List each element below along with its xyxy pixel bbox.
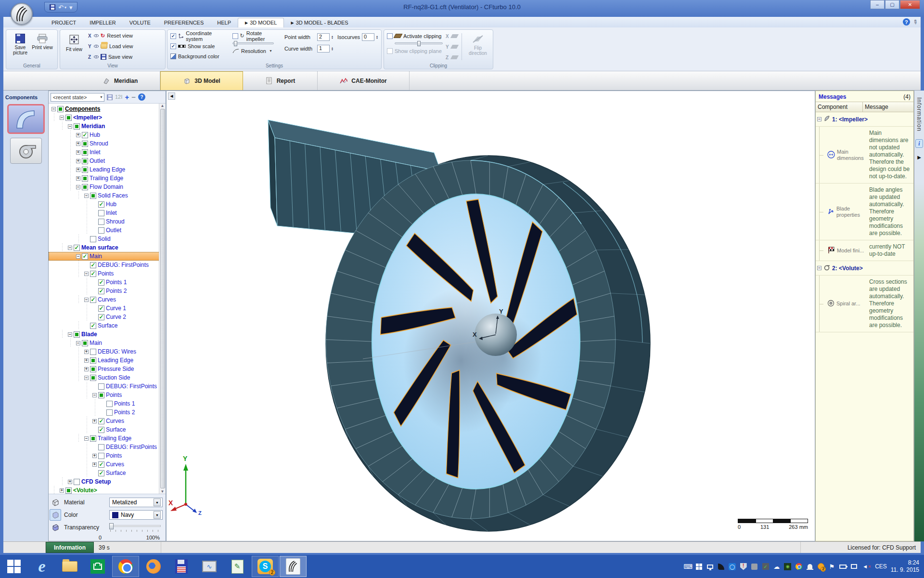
tree-item-cfd-setup[interactable]: +CFD Setup	[49, 477, 166, 486]
checkbox-check-icon[interactable]	[98, 418, 104, 424]
activate-clipping-checkbox[interactable]: Activate clipping	[387, 31, 443, 40]
menu-volute[interactable]: VOLUTE	[123, 18, 157, 27]
tray-touch-keyboard-icon[interactable]: ⌨	[684, 563, 692, 571]
expander-minus-icon[interactable]: −	[84, 436, 89, 441]
expander-minus-icon[interactable]: −	[76, 341, 80, 345]
checkbox-check-icon[interactable]	[82, 132, 88, 138]
save-view-button[interactable]: Save view	[101, 53, 133, 62]
point-width-input[interactable]: 2	[317, 33, 330, 41]
checkbox-fill-icon[interactable]	[82, 158, 88, 164]
tree-item-debug-firstpoints[interactable]: DEBUG: FirstPoints	[49, 261, 166, 269]
tree-item-curve-2[interactable]: Curve 2	[49, 313, 166, 321]
spinner-arrows-icon[interactable]: ▲▼	[331, 35, 334, 39]
checkbox-empty-icon[interactable]	[90, 349, 96, 355]
tray-action-flag-icon[interactable]: ⚑	[828, 563, 836, 571]
checkbox-empty-icon[interactable]	[98, 227, 104, 234]
tree-item-points[interactable]: +Points	[49, 451, 166, 460]
collapse-panel-button[interactable]: ◀	[168, 92, 175, 100]
checkbox-check-icon[interactable]	[90, 262, 96, 268]
background-color-button[interactable]: Background color	[170, 52, 229, 61]
menu-project[interactable]: PROJECT	[45, 18, 83, 27]
expander-minus-icon[interactable]: −	[92, 393, 97, 397]
expander-minus-icon[interactable]: −	[68, 332, 72, 337]
component-column-header[interactable]: Component	[816, 102, 863, 112]
tree-item-hub[interactable]: Hub	[49, 200, 166, 209]
tab-3d-model[interactable]: 3D Model	[160, 71, 243, 90]
tree-item-hub[interactable]: +Hub	[49, 131, 166, 139]
rotate-impeller-checkbox[interactable]: ↻ Rotate impeller	[232, 31, 281, 40]
message-row[interactable]: Blade propertiesBlade angles are updated…	[816, 184, 913, 240]
checkbox-fill-icon[interactable]	[82, 149, 88, 156]
3d-viewport[interactable]: ◀	[166, 91, 815, 541]
view-y-button[interactable]: Y	[88, 42, 99, 51]
tree-item-debug-firstpoints[interactable]: DEBUG: FirstPoints	[49, 382, 166, 391]
taskbar-app-windows-store[interactable]	[84, 556, 111, 577]
color-cube-button[interactable]	[50, 509, 61, 521]
checkbox-empty-icon[interactable]	[74, 479, 80, 485]
taskbar-app-cfturbo[interactable]	[280, 556, 307, 577]
clock[interactable]: 8:24 11. 9. 2015	[891, 559, 919, 574]
taskbar-app-firefox[interactable]	[140, 556, 167, 577]
checkbox-empty-icon[interactable]	[98, 383, 104, 390]
expander-minus-icon[interactable]: −	[84, 376, 89, 380]
expander-plus-icon[interactable]: +	[76, 150, 80, 155]
tree-item-suction-side[interactable]: −Suction Side	[49, 373, 166, 382]
tree-item-outlet[interactable]: +Outlet	[49, 157, 166, 165]
state-selector-dropdown[interactable]: <recent state>▼	[51, 93, 104, 102]
message-group-volute[interactable]: −2: <Volute>	[816, 261, 913, 276]
tray-power-icon[interactable]	[839, 563, 847, 571]
checkbox-fill-icon[interactable]	[82, 175, 88, 182]
taskbar-app-file-explorer[interactable]	[56, 556, 83, 577]
remove-state-button[interactable]: −	[131, 93, 136, 101]
menu-impeller[interactable]: IMPELLER	[83, 18, 122, 27]
checkbox-check-icon[interactable]	[98, 314, 104, 320]
expander-plus-icon[interactable]: +	[60, 488, 64, 493]
tree-item-outlet[interactable]: Outlet	[49, 226, 166, 235]
isocurves-input[interactable]: 0	[362, 33, 374, 41]
checkbox-fill-icon[interactable]	[90, 366, 96, 372]
message-group-impeller[interactable]: −1: <Impeller>	[816, 112, 913, 127]
tree-item-surface[interactable]: Surface	[49, 469, 166, 477]
spinner-arrows-icon[interactable]: ▲▼	[376, 35, 378, 39]
maximize-button[interactable]: ▢	[885, 0, 899, 9]
tray-graphics-settings-icon[interactable]: ◉	[783, 563, 792, 571]
clip-x-button[interactable]: X	[446, 32, 458, 41]
checkbox-fill-icon[interactable]	[98, 392, 104, 398]
information-status-button[interactable]: Information	[46, 542, 94, 553]
color-dropdown[interactable]: Navy▼	[109, 510, 163, 520]
checkbox-empty-icon[interactable]	[98, 219, 104, 225]
view-z-button[interactable]: Z	[88, 53, 99, 62]
checkbox-fill-icon[interactable]	[90, 357, 96, 364]
tree-item-mean-surface[interactable]: −Mean surface	[49, 243, 166, 252]
rotate-speed-slider[interactable]	[232, 42, 274, 44]
expander-plus-icon[interactable]: +	[92, 454, 97, 458]
information-icon[interactable]: i	[915, 139, 923, 148]
checkbox-check-icon[interactable]	[98, 427, 104, 433]
fit-view-button[interactable]: Fit view	[62, 31, 86, 62]
tab-meridian[interactable]: Meridian	[80, 71, 160, 90]
checkbox-check-icon[interactable]	[74, 245, 80, 251]
expander-plus-icon[interactable]: +	[76, 133, 80, 137]
tree-item-impeller[interactable]: −<Impeller>	[49, 113, 166, 122]
resolution-dropdown[interactable]: Resolution▼	[232, 46, 281, 55]
transparency-slider[interactable]	[109, 523, 161, 532]
taskbar-app-chrome[interactable]	[112, 556, 139, 577]
checkbox-empty-icon[interactable]	[98, 444, 104, 450]
checkbox-check-icon[interactable]	[90, 271, 96, 277]
checkbox-empty-icon[interactable]	[90, 236, 96, 242]
checkbox-check-icon[interactable]	[98, 470, 104, 476]
taskbar-app-image-save-tool[interactable]	[168, 556, 195, 577]
tray-removable-device-icon[interactable]	[750, 563, 758, 571]
expander-plus-icon[interactable]: +	[84, 367, 89, 371]
tree-item-trailing-edge[interactable]: +Trailing Edge	[49, 174, 166, 183]
checkbox-fill-icon[interactable]	[90, 193, 96, 199]
tree-item-meridian[interactable]: −Meridian	[49, 122, 166, 131]
checkbox-fill-icon[interactable]	[74, 123, 80, 130]
help-icon[interactable]: ?	[903, 18, 910, 26]
flip-direction-button[interactable]: Flip direction	[466, 31, 490, 62]
expander-minus-icon[interactable]: −	[817, 117, 821, 121]
close-button[interactable]: ✕	[900, 0, 920, 9]
volute-thumbnail[interactable]	[10, 138, 42, 164]
menu-preferences[interactable]: PREFERENCES	[157, 18, 211, 27]
tree-item-main[interactable]: −Main	[49, 252, 166, 261]
